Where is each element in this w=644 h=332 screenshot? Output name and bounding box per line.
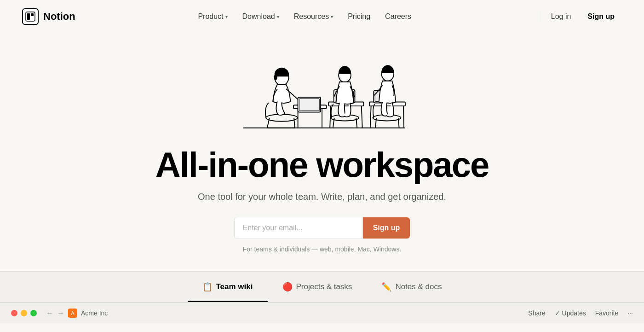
- breadcrumb: A Acme Inc: [68, 309, 108, 318]
- chevron-down-icon: ▾: [225, 14, 228, 19]
- browser-controls: ← → A Acme Inc: [46, 309, 528, 318]
- hero-form: Sign up: [234, 217, 410, 239]
- browser-actions: Share ✓ Updates Favorite ···: [528, 309, 633, 317]
- navbar: Notion Product ▾ Download ▾ Resources ▾ …: [0, 0, 644, 33]
- tabs-section: 📋 Team wiki 🔴 Projects & tasks ✏️ Notes …: [0, 271, 644, 323]
- nav-divider: [538, 11, 538, 22]
- logo-icon: [22, 8, 39, 25]
- svg-point-15: [274, 75, 277, 80]
- email-input[interactable]: [234, 217, 363, 239]
- breadcrumb-icon: A: [68, 309, 77, 318]
- svg-line-7: [294, 118, 295, 128]
- share-button[interactable]: Share: [528, 309, 545, 317]
- traffic-light-green[interactable]: [30, 310, 37, 316]
- svg-rect-2: [27, 13, 30, 20]
- forward-button[interactable]: →: [57, 309, 64, 317]
- login-button[interactable]: Log in: [544, 9, 579, 24]
- svg-line-28: [403, 106, 404, 128]
- hero-disclaimer: For teams & individuals — web, mobile, M…: [243, 245, 402, 253]
- tab-team-wiki[interactable]: 📋 Team wiki: [188, 272, 268, 302]
- chevron-down-icon: ▾: [331, 14, 333, 19]
- svg-rect-3: [31, 13, 34, 16]
- nav-download[interactable]: Download ▾: [236, 9, 286, 24]
- tab-icon-projects: 🔴: [282, 282, 293, 292]
- svg-rect-0: [25, 12, 35, 22]
- traffic-light-yellow[interactable]: [21, 310, 27, 316]
- nav-pricing[interactable]: Pricing: [341, 9, 377, 24]
- logo-text: Notion: [43, 11, 75, 23]
- traffic-lights: [11, 310, 37, 316]
- svg-line-27: [370, 106, 371, 128]
- traffic-light-red[interactable]: [11, 310, 17, 316]
- nav-center: Product ▾ Download ▾ Resources ▾ Pricing…: [191, 9, 418, 24]
- tab-icon-notes: ✏️: [381, 282, 391, 292]
- nav-careers[interactable]: Careers: [379, 9, 418, 24]
- tabs-bar: 📋 Team wiki 🔴 Projects & tasks ✏️ Notes …: [0, 272, 644, 303]
- favorite-button[interactable]: Favorite: [595, 309, 619, 317]
- svg-line-18: [362, 105, 362, 128]
- browser-chrome-bar: ← → A Acme Inc Share ✓ Updates Favorite …: [0, 303, 644, 323]
- hero-subtitle: One tool for your whole team. Write, pla…: [198, 192, 446, 202]
- more-button[interactable]: ···: [627, 309, 633, 317]
- hero-illustration: [212, 42, 432, 134]
- breadcrumb-text: Acme Inc: [81, 309, 108, 317]
- signup-nav-button[interactable]: Sign up: [580, 9, 622, 24]
- logo-link[interactable]: Notion: [22, 8, 75, 25]
- nav-product[interactable]: Product ▾: [191, 9, 234, 24]
- signup-hero-button[interactable]: Sign up: [363, 217, 410, 239]
- hero-title: All-in-one workspace: [155, 146, 489, 184]
- svg-line-17: [330, 105, 331, 128]
- tab-projects-tasks[interactable]: 🔴 Projects & tasks: [268, 272, 367, 302]
- back-button[interactable]: ←: [46, 309, 53, 317]
- tab-notes-docs[interactable]: ✏️ Notes & docs: [367, 272, 456, 302]
- svg-rect-13: [299, 99, 319, 111]
- chevron-down-icon: ▾: [277, 14, 279, 19]
- updates-button[interactable]: ✓ Updates: [555, 309, 586, 317]
- hero-section: All-in-one workspace One tool for your w…: [0, 33, 644, 271]
- nav-resources[interactable]: Resources ▾: [288, 9, 339, 24]
- tab-icon-team-wiki: 📋: [202, 282, 213, 292]
- nav-right: Log in Sign up: [534, 9, 622, 24]
